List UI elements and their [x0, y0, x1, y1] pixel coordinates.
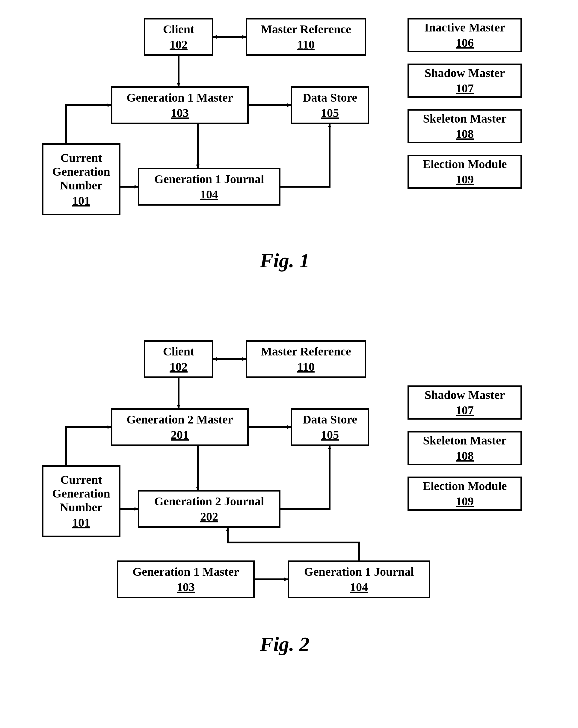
fig2-gen2-master-title: Generation 2 Master	[127, 413, 233, 426]
fig2-arrow-gen1journal-gen2journal	[228, 528, 359, 561]
fig2-cur-gen-title: Current Generation Number	[52, 473, 110, 514]
fig2-gen2-journal-ref: 202	[200, 510, 218, 524]
fig1-client-ref: 102	[169, 37, 188, 52]
fig2-master-ref-title: Master Reference	[261, 345, 351, 359]
fig2-cur-gen-ref: 101	[72, 516, 90, 529]
fig2-gen1-journal-title: Generation 1 Journal	[304, 565, 414, 579]
fig2-gen1-journal-ref: 104	[350, 580, 368, 594]
fig2-gen1-master-title: Generation 1 Master	[132, 565, 239, 579]
fig1-gen1-journal-ref: 104	[200, 187, 218, 201]
fig2-gen2-master-ref: 201	[171, 428, 189, 442]
fig1-arrow-curgen-gen1master	[66, 105, 111, 143]
fig1-gen1-master-ref: 103	[171, 106, 189, 120]
fig1-cur-gen-title: Current Generation Number	[52, 151, 110, 192]
fig1-caption: Fig. 1	[240, 249, 330, 272]
fig2-caption: Fig. 2	[240, 632, 330, 656]
fig2-gen1-master-ref: 103	[177, 580, 195, 594]
fig2-skeleton-master-ref: 108	[456, 449, 474, 463]
fig1-data-store-title: Data Store	[303, 91, 358, 105]
fig2-arrow-gen2journal-datastore	[281, 446, 330, 509]
fig2-arrow-curgen-gen2master	[66, 427, 111, 465]
fig1-gen1-journal-title: Generation 1 Journal	[154, 172, 264, 186]
fig1-skeleton-master-ref: 108	[456, 127, 474, 141]
fig2-master-ref-ref: 110	[297, 360, 315, 374]
fig2-data-store-ref: 105	[321, 428, 339, 442]
fig2-skeleton-master-title: Skeleton Master	[423, 434, 507, 447]
fig2-gen2-journal-box: Generation 2 Journal 202	[138, 490, 281, 528]
fig2-gen1-journal-box: Generation 1 Journal 104	[288, 561, 430, 598]
fig1-skeleton-master-title: Skeleton Master	[423, 112, 507, 126]
fig1-shadow-master-box: Shadow Master 107	[408, 63, 522, 98]
fig1-election-module-box: Election Module 109	[408, 155, 522, 189]
fig1-arrow-gen1journal-datastore	[281, 124, 330, 187]
fig1-master-ref-ref: 110	[297, 37, 315, 52]
fig1-client-title: Client	[163, 23, 194, 36]
fig2-client-ref: 102	[169, 360, 188, 374]
fig2-election-module-ref: 109	[456, 494, 474, 508]
fig2-cur-gen-box: Current Generation Number 101	[42, 465, 121, 537]
fig2-shadow-master-box: Shadow Master 107	[408, 385, 522, 420]
fig2-shadow-master-ref: 107	[456, 403, 474, 417]
fig2-gen2-journal-title: Generation 2 Journal	[154, 495, 264, 508]
fig1-gen1-journal-box: Generation 1 Journal 104	[138, 168, 281, 206]
fig1-client-box: Client 102	[144, 18, 213, 56]
fig1-master-ref-box: Master Reference 110	[246, 18, 366, 56]
fig1-shadow-master-ref: 107	[456, 81, 474, 95]
fig1-gen1-master-box: Generation 1 Master 103	[111, 86, 249, 124]
fig2-gen2-master-box: Generation 2 Master 201	[111, 408, 249, 446]
fig1-inactive-master-ref: 106	[456, 36, 474, 50]
fig2-master-ref-box: Master Reference 110	[246, 340, 366, 378]
fig2-client-title: Client	[163, 345, 194, 359]
fig1-election-module-title: Election Module	[422, 157, 507, 171]
fig1-inactive-master-title: Inactive Master	[424, 21, 505, 34]
fig2-shadow-master-title: Shadow Master	[425, 388, 505, 402]
fig2-client-box: Client 102	[144, 340, 213, 378]
fig2-gen1-master-box: Generation 1 Master 103	[117, 561, 255, 598]
fig1-data-store-box: Data Store 105	[291, 86, 369, 124]
fig1-inactive-master-box: Inactive Master 106	[408, 18, 522, 52]
fig1-master-ref-title: Master Reference	[261, 23, 351, 36]
fig1-cur-gen-ref: 101	[72, 193, 90, 208]
fig1-shadow-master-title: Shadow Master	[425, 66, 505, 80]
diagram-page: Client 102 Master Reference 110 Generati…	[0, 0, 578, 728]
fig1-skeleton-master-box: Skeleton Master 108	[408, 109, 522, 143]
fig1-gen1-master-title: Generation 1 Master	[127, 91, 233, 105]
fig2-data-store-title: Data Store	[303, 413, 358, 426]
fig2-data-store-box: Data Store 105	[291, 408, 369, 446]
fig1-cur-gen-box: Current Generation Number 101	[42, 143, 121, 215]
fig2-election-module-title: Election Module	[422, 479, 507, 493]
fig2-election-module-box: Election Module 109	[408, 476, 522, 511]
fig2-skeleton-master-box: Skeleton Master 108	[408, 431, 522, 465]
fig1-election-module-ref: 109	[456, 172, 474, 186]
fig1-data-store-ref: 105	[321, 106, 339, 120]
